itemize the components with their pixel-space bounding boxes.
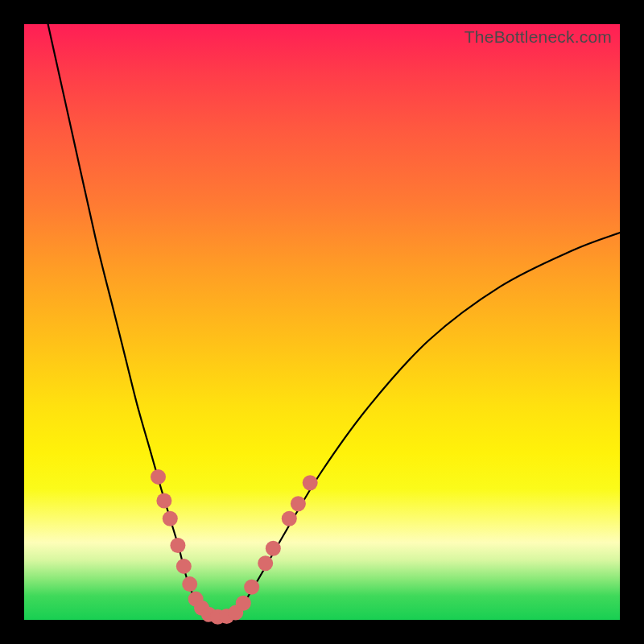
marker-group (151, 469, 318, 625)
bottleneck-chart (24, 24, 620, 620)
data-marker (176, 559, 192, 574)
data-marker (151, 469, 166, 485)
data-marker (170, 538, 185, 553)
curve-right-branch (233, 233, 620, 617)
data-marker (303, 475, 318, 490)
data-marker (244, 580, 259, 595)
data-marker (282, 511, 297, 526)
chart-frame: TheBottleneck.com (24, 24, 620, 620)
data-marker (291, 496, 306, 511)
curve-left-branch (48, 24, 209, 617)
data-marker (156, 493, 171, 509)
data-marker (266, 541, 281, 556)
data-marker (182, 576, 197, 592)
data-marker (163, 511, 178, 526)
data-marker (258, 555, 273, 571)
data-marker (236, 596, 251, 611)
